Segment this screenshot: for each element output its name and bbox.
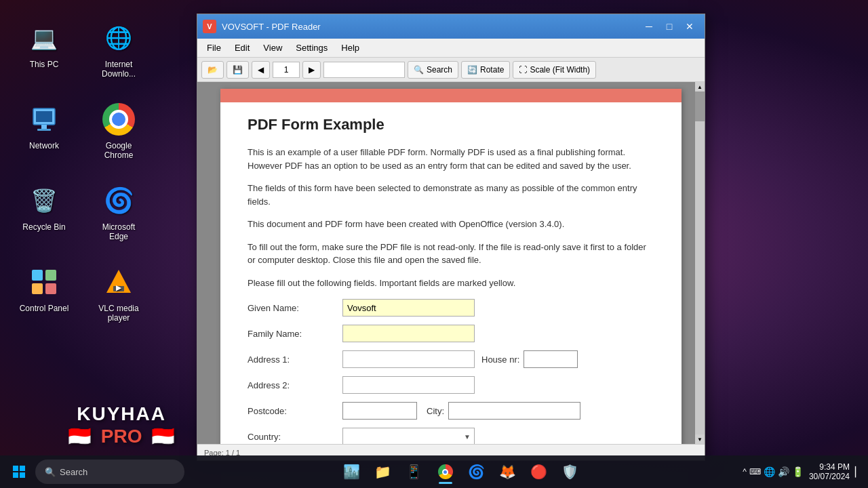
- country-select-wrapper: [342, 428, 475, 444]
- svg-rect-7: [45, 283, 56, 294]
- toolbar-search-button[interactable]: 🔍 Search: [408, 61, 458, 79]
- pdf-app-icon: V: [203, 20, 216, 33]
- desktop-icon-vlc[interactable]: ▶ VLC mediaplayer: [81, 258, 156, 339]
- taskbar-chevron-icon[interactable]: ^: [743, 467, 747, 476]
- address1-label: Address 1:: [248, 354, 342, 365]
- taskbar-apps: 🏙️ 📁 📱 🌀 🦊 🔴 🛡️: [187, 458, 734, 485]
- desktop-icon-this-pc[interactable]: 💻 This PC: [7, 14, 81, 95]
- menu-edit[interactable]: Edit: [228, 40, 256, 56]
- postcode-label: Postcode:: [248, 406, 342, 416]
- pdf-page-title: PDF Form Example: [248, 116, 654, 134]
- search-icon: 🔍: [414, 65, 424, 75]
- desktop-icon-recycle-bin[interactable]: 🗑️ Recycle Bin: [7, 176, 81, 258]
- pdf-page: PDF Form Example This is an example of a…: [220, 89, 682, 444]
- form-row-address2: Address 2:: [248, 376, 654, 394]
- address2-input[interactable]: [342, 376, 475, 394]
- taskbar: 🔍 Search 🏙️ 📁 📱 🌀 🦊 🔴 🛡️ ^ ⌨ 🌐 🔊 🔋 9:34 …: [0, 455, 868, 488]
- taskbar-system-icons: ^ ⌨ 🌐 🔊 🔋: [743, 466, 804, 477]
- pdf-toolbar: 📂 💾 ◀ ▶ 🔍 Search 🔄 Rotate ⛶ Scale (Fit W…: [197, 58, 705, 82]
- address1-input[interactable]: [342, 350, 475, 368]
- menu-settings[interactable]: Settings: [289, 40, 334, 56]
- taskbar-keyboard-icon: ⌨: [749, 467, 761, 476]
- toolbar-scale-button[interactable]: ⛶ Scale (Fit Width): [513, 61, 596, 79]
- menu-help[interactable]: Help: [334, 40, 366, 56]
- svg-rect-5: [45, 270, 56, 281]
- taskbar-city-icon[interactable]: 🏙️: [338, 458, 366, 485]
- toolbar-prev-page-button[interactable]: ◀: [252, 61, 270, 79]
- address2-label: Address 2:: [248, 380, 342, 390]
- pdf-window-controls: ─ □ ✕: [639, 18, 699, 35]
- pdf-window: V VOVSOFT - PDF Reader ─ □ ✕ File Edit V…: [197, 14, 705, 461]
- pdf-scroll-down[interactable]: ▼: [695, 434, 705, 444]
- svg-rect-1: [36, 111, 52, 122]
- taskbar-shield-icon[interactable]: 🛡️: [557, 458, 584, 485]
- house-nr-input[interactable]: [524, 350, 578, 368]
- pdf-scrollbar[interactable]: ▲ ▼: [695, 82, 705, 444]
- pdf-para-5: Please fill out the following fields. Im…: [248, 277, 654, 290]
- google-chrome-icon: [101, 102, 136, 137]
- given-name-input[interactable]: [342, 299, 475, 317]
- pdf-para-2: The fields of this form have been select…: [248, 182, 654, 208]
- country-select[interactable]: [342, 428, 475, 444]
- form-row-address1: Address 1: House nr:: [248, 350, 654, 368]
- form-row-family-name: Family Name:: [248, 325, 654, 342]
- start-button[interactable]: [5, 458, 33, 485]
- pdf-titlebar: V VOVSOFT - PDF Reader ─ □ ✕: [197, 14, 705, 39]
- taskbar-right: ^ ⌨ 🌐 🔊 🔋 9:34 PM 30/07/2024 ▏: [737, 462, 863, 481]
- pdf-maximize-button[interactable]: □: [660, 18, 679, 35]
- desktop-icon-microsoft-edge[interactable]: 🌀 MicrosoftEdge: [81, 176, 156, 258]
- taskbar-search-bar[interactable]: 🔍 Search: [35, 460, 184, 484]
- this-pc-label: This PC: [30, 60, 59, 69]
- pdf-minimize-button[interactable]: ─: [639, 18, 658, 35]
- city-input[interactable]: [448, 402, 580, 420]
- pdf-scrollable[interactable]: PDF Form Example This is an example of a…: [197, 82, 705, 444]
- taskbar-chrome-icon[interactable]: [432, 458, 459, 485]
- toolbar-scale-label: Scale (Fit Width): [530, 65, 590, 75]
- svg-rect-13: [13, 472, 18, 478]
- svg-rect-6: [32, 283, 43, 294]
- toolbar-open-button[interactable]: 📂: [201, 61, 224, 79]
- toolbar-page-input[interactable]: [273, 62, 300, 78]
- toolbar-search-input[interactable]: [323, 62, 405, 78]
- kuyhaa-flag-right: 🇮🇩: [151, 426, 175, 447]
- postcode-input[interactable]: [342, 402, 417, 420]
- taskbar-red-icon[interactable]: 🔴: [526, 458, 553, 485]
- pdf-scroll-up[interactable]: ▲: [695, 82, 705, 92]
- toolbar-next-page-button[interactable]: ▶: [302, 61, 321, 79]
- taskbar-firefox-icon[interactable]: 🦊: [494, 458, 521, 485]
- taskbar-file-explorer-icon[interactable]: 📁: [370, 458, 397, 485]
- vlc-icon: ▶: [101, 264, 136, 300]
- taskbar-phone-icon[interactable]: 📱: [401, 458, 428, 485]
- svg-rect-12: [20, 466, 25, 471]
- pdf-scrollbar-thumb[interactable]: [695, 87, 705, 121]
- desktop-icon-internet-download[interactable]: 🌐 InternetDownlo...: [81, 14, 156, 95]
- desktop-icon-google-chrome[interactable]: GoogleChrome: [81, 95, 156, 176]
- svg-rect-2: [41, 125, 47, 129]
- pdf-content: PDF Form Example This is an example of a…: [197, 82, 705, 444]
- svg-text:▶: ▶: [116, 284, 122, 291]
- desktop-icon-network[interactable]: Network: [7, 95, 81, 176]
- microsoft-edge-icon: 🌀: [101, 183, 136, 218]
- toolbar-rotate-button[interactable]: 🔄 Rotate: [461, 61, 510, 79]
- control-panel-icon: [26, 264, 62, 300]
- menu-view[interactable]: View: [256, 40, 289, 56]
- menu-file[interactable]: File: [200, 40, 228, 56]
- pdf-para-3: This document and PDF form have been cre…: [248, 218, 654, 231]
- taskbar-time-display: 9:34 PM 30/07/2024: [809, 462, 850, 481]
- taskbar-show-desktop-button[interactable]: ▏: [855, 466, 863, 477]
- form-row-given-name: Given Name:: [248, 299, 654, 317]
- microsoft-edge-label: MicrosoftEdge: [102, 222, 136, 241]
- toolbar-save-button[interactable]: 💾: [226, 61, 249, 79]
- pdf-title: VOVSOFT - PDF Reader: [222, 22, 634, 32]
- pdf-menubar: File Edit View Settings Help: [197, 39, 705, 58]
- pdf-close-button[interactable]: ✕: [680, 18, 699, 35]
- kuyhaa-line1: KUYHAA: [68, 403, 175, 425]
- family-name-input[interactable]: [342, 325, 475, 342]
- this-pc-icon: 💻: [26, 20, 62, 56]
- recycle-bin-label: Recycle Bin: [22, 222, 65, 232]
- taskbar-edge-icon[interactable]: 🌀: [463, 458, 490, 485]
- taskbar-time: 9:34 PM: [809, 462, 850, 472]
- given-name-label: Given Name:: [248, 303, 342, 313]
- desktop-icon-control-panel[interactable]: Control Panel: [7, 258, 81, 339]
- taskbar-volume-icon[interactable]: 🔊: [778, 466, 789, 477]
